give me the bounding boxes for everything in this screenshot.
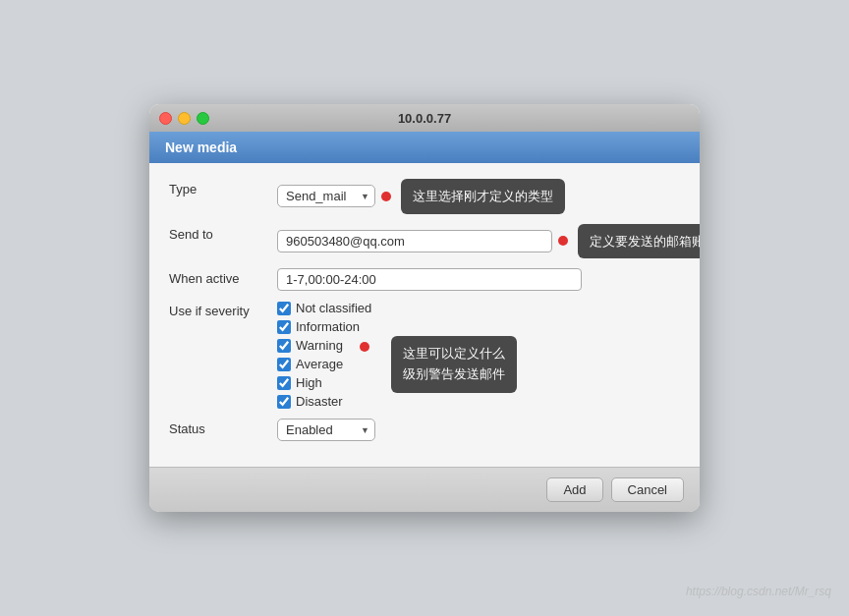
send-to-row: Send to 定义要发送的邮箱账户 xyxy=(169,224,680,259)
severity-tooltip-line2: 级别警告发送邮件 xyxy=(403,366,505,381)
minimize-button[interactable] xyxy=(178,112,191,125)
severity-tooltip-line1: 这里可以定义什么 xyxy=(403,346,505,361)
dialog-body: Type Send_mail SMS Email ▼ 这里选择刚才定义的类型 S… xyxy=(149,163,700,467)
when-active-control xyxy=(277,268,680,291)
checkbox-not-classified-input[interactable] xyxy=(277,302,291,315)
window-title: 10.0.0.77 xyxy=(398,111,451,126)
title-bar: 10.0.0.77 xyxy=(149,104,700,132)
send-to-required-dot xyxy=(558,236,568,246)
close-button[interactable] xyxy=(159,112,172,125)
send-to-control: 定义要发送的邮箱账户 xyxy=(277,224,700,259)
type-select[interactable]: Send_mail SMS Email xyxy=(277,185,375,207)
dialog-title: New media xyxy=(165,140,237,155)
checkbox-average[interactable]: Average xyxy=(277,357,371,371)
dialog-header: New media xyxy=(149,132,700,163)
checkbox-warning-input[interactable] xyxy=(277,339,291,353)
checkbox-high-input[interactable] xyxy=(277,376,291,390)
checkbox-disaster[interactable]: Disaster xyxy=(277,394,371,409)
checkbox-warning-label: Warning xyxy=(296,338,343,353)
status-select-wrapper[interactable]: Enabled Disabled ▼ xyxy=(277,419,375,441)
severity-row: Use if severity Not classified Informati… xyxy=(169,301,680,409)
type-required-dot xyxy=(381,192,391,201)
checkbox-high-label: High xyxy=(296,375,322,390)
checkbox-information[interactable]: Information xyxy=(277,319,371,334)
checkbox-not-classified-label: Not classified xyxy=(296,301,371,315)
when-active-row: When active xyxy=(169,268,680,291)
when-active-input[interactable] xyxy=(277,268,582,291)
maximize-button[interactable] xyxy=(197,112,209,125)
send-to-tooltip: 定义要发送的邮箱账户 xyxy=(578,224,700,259)
checkbox-information-input[interactable] xyxy=(277,320,291,334)
checkbox-average-input[interactable] xyxy=(277,358,291,371)
severity-tooltip: 这里可以定义什么 级别警告发送邮件 xyxy=(391,336,517,393)
type-tooltip: 这里选择刚才定义的类型 xyxy=(401,179,565,214)
when-active-label: When active xyxy=(169,268,277,286)
severity-checkboxes-area: Not classified Information Warning Avera… xyxy=(277,301,517,409)
watermark: https://blog.csdn.net/Mr_rsq xyxy=(686,585,831,598)
checkbox-disaster-input[interactable] xyxy=(277,395,291,409)
status-label: Status xyxy=(169,419,277,436)
traffic-lights xyxy=(159,112,209,125)
send-to-input[interactable] xyxy=(277,230,552,252)
status-select[interactable]: Enabled Disabled xyxy=(277,419,375,441)
checkbox-disaster-label: Disaster xyxy=(296,394,343,409)
status-control: Enabled Disabled ▼ xyxy=(277,419,680,441)
checkbox-warning[interactable]: Warning xyxy=(277,338,371,353)
checkbox-not-classified[interactable]: Not classified xyxy=(277,301,371,315)
main-window: 10.0.0.77 New media Type Send_mail SMS E… xyxy=(149,104,700,512)
add-button[interactable]: Add xyxy=(546,477,602,502)
status-row: Status Enabled Disabled ▼ xyxy=(169,419,680,441)
type-label: Type xyxy=(169,179,277,196)
severity-checkbox-group: Not classified Information Warning Avera… xyxy=(277,301,371,409)
type-control: Send_mail SMS Email ▼ 这里选择刚才定义的类型 xyxy=(277,179,680,214)
type-select-wrapper[interactable]: Send_mail SMS Email ▼ xyxy=(277,185,375,207)
checkbox-high[interactable]: High xyxy=(277,375,371,390)
type-row: Type Send_mail SMS Email ▼ 这里选择刚才定义的类型 xyxy=(169,179,680,214)
checkbox-information-label: Information xyxy=(296,319,360,334)
dialog-footer: Add Cancel xyxy=(149,467,700,512)
severity-label: Use if severity xyxy=(169,301,277,318)
checkbox-average-label: Average xyxy=(296,357,343,371)
cancel-button[interactable]: Cancel xyxy=(611,477,684,502)
send-to-label: Send to xyxy=(169,224,277,242)
